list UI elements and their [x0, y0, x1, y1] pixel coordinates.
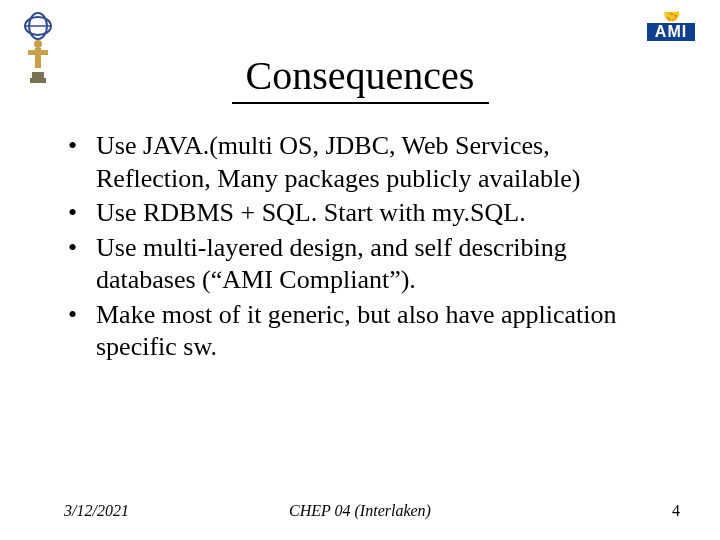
page-number: 4 — [672, 502, 680, 520]
slide-title: Consequences — [0, 52, 720, 99]
bullet-icon: • — [64, 299, 96, 332]
bullet-text: Make most of it generic, but also have a… — [96, 299, 664, 364]
svg-point-3 — [34, 40, 42, 48]
bullet-text: Use RDBMS + SQL. Start with my.SQL. — [96, 197, 664, 230]
list-item: • Use multi-layered design, and self des… — [64, 232, 664, 297]
bullet-icon: • — [64, 130, 96, 163]
list-item: • Use RDBMS + SQL. Start with my.SQL. — [64, 197, 664, 230]
bullet-text: Use JAVA.(multi OS, JDBC, Web Services, … — [96, 130, 664, 195]
list-item: • Make most of it generic, but also have… — [64, 299, 664, 364]
list-item: • Use JAVA.(multi OS, JDBC, Web Services… — [64, 130, 664, 195]
slide-body: • Use JAVA.(multi OS, JDBC, Web Services… — [64, 130, 664, 366]
ami-logo: 🤝 AMI — [636, 10, 706, 40]
ami-logo-text: AMI — [647, 23, 695, 41]
footer-center: CHEP 04 (Interlaken) — [0, 502, 720, 520]
title-underline — [232, 102, 489, 104]
handshake-icon: 🤝 — [663, 10, 680, 24]
slide-footer: 3/12/2021 CHEP 04 (Interlaken) 4 — [0, 498, 720, 520]
bullet-icon: • — [64, 197, 96, 230]
slide: 🤝 AMI Consequences • Use JAVA.(multi OS,… — [0, 0, 720, 540]
bullet-text: Use multi-layered design, and self descr… — [96, 232, 664, 297]
bullet-icon: • — [64, 232, 96, 265]
